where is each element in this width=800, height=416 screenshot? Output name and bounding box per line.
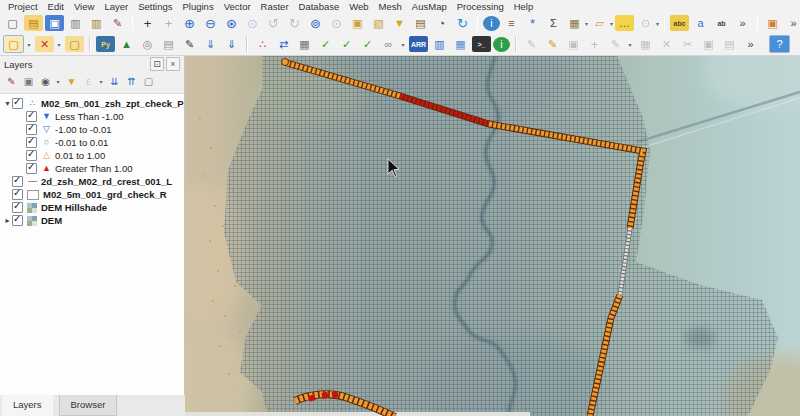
- filter-by-expression-dropdown[interactable]: ▾: [97, 74, 105, 90]
- menu-plugins[interactable]: Plugins: [177, 0, 218, 13]
- dem-terrain-tool-button[interactable]: ▲: [117, 36, 136, 52]
- menu-raster[interactable]: Raster: [256, 0, 294, 13]
- measure-line-button[interactable]: ▱: [590, 15, 609, 31]
- float-panel-button[interactable]: ⊡: [150, 57, 164, 71]
- zoom-full-extent-button[interactable]: ⊛: [222, 15, 241, 31]
- label-pin-unpin-button[interactable]: ab: [712, 15, 731, 31]
- layer-checkbox[interactable]: [12, 98, 23, 109]
- new-project-button[interactable]: ▢: [3, 15, 22, 31]
- manage-map-themes-button[interactable]: ◉: [38, 74, 53, 89]
- check-files-1-button[interactable]: ✓: [316, 36, 335, 52]
- layer-row[interactable]: —2d_zsh_M02_rd_crest_001_L: [0, 175, 184, 188]
- show-bookmarks-button[interactable]: ▤: [411, 15, 430, 31]
- add-group-button[interactable]: ▣: [21, 74, 36, 89]
- open-attribute-table-button[interactable]: ▦: [565, 15, 584, 31]
- menu-vector[interactable]: Vector: [219, 0, 256, 13]
- menu-edit[interactable]: Edit: [43, 0, 69, 13]
- deselect-all-button[interactable]: ✕: [35, 36, 54, 52]
- database-transfer-button[interactable]: ▥: [430, 36, 449, 52]
- pan-map-button[interactable]: +: [138, 15, 157, 31]
- expander-icon[interactable]: ▸: [3, 216, 12, 225]
- layer-checkbox[interactable]: [26, 124, 37, 135]
- menu-database[interactable]: Database: [294, 0, 345, 13]
- layer-row[interactable]: M02_5m_001_grd_check_R: [0, 188, 184, 201]
- zoom-out-button[interactable]: ⊖: [201, 15, 220, 31]
- vertex-tool-dropdown[interactable]: ▾: [626, 36, 634, 52]
- open-layer-styling-button[interactable]: ✎: [4, 74, 19, 89]
- zoom-to-layer-button[interactable]: ⊚: [306, 15, 325, 31]
- layer-checkbox[interactable]: [26, 163, 37, 174]
- show-statistics-button[interactable]: Σ: [544, 15, 563, 31]
- statistical-summary-button[interactable]: ≡: [502, 15, 521, 31]
- layout-manager-button[interactable]: ▥: [87, 15, 106, 31]
- measure-line-dropdown[interactable]: ▾: [610, 15, 613, 31]
- filter-legend-button[interactable]: ▼: [64, 74, 79, 89]
- layer-checkbox[interactable]: [26, 150, 37, 161]
- tab-browser[interactable]: Browser: [59, 395, 118, 416]
- check-files-3-button[interactable]: ✓: [358, 36, 377, 52]
- layer-checkbox[interactable]: [26, 137, 37, 148]
- tuflow-tcf-button[interactable]: ∴: [253, 36, 272, 52]
- menu-mesh[interactable]: Mesh: [374, 0, 407, 13]
- menu-settings[interactable]: Settings: [133, 0, 177, 13]
- osm-search-dropdown[interactable]: ▾: [656, 15, 659, 31]
- menu-project[interactable]: Project: [3, 0, 43, 13]
- python-console-button[interactable]: Py: [96, 36, 115, 52]
- layer-checkbox[interactable]: [12, 189, 23, 200]
- layer-row[interactable]: DEM Hillshade: [0, 201, 184, 214]
- manage-layers-button[interactable]: ▣: [763, 15, 782, 31]
- menu-web[interactable]: Web: [344, 0, 373, 13]
- arr-plugin-button[interactable]: ARR: [409, 36, 428, 52]
- layer-checkbox[interactable]: [12, 202, 23, 213]
- new-print-layout-button[interactable]: ▥: [66, 15, 85, 31]
- menu-view[interactable]: View: [69, 0, 99, 13]
- attachments-dropdown[interactable]: ▾: [399, 36, 407, 52]
- command-terminal-button[interactable]: >_: [472, 36, 491, 52]
- legend-class-row[interactable]: ▲Greater Than 1.00: [0, 162, 184, 175]
- remove-layer-button[interactable]: ▢: [141, 74, 156, 89]
- select-features-button[interactable]: ▢: [3, 35, 24, 53]
- layer-checkbox[interactable]: [12, 215, 23, 226]
- tab-layers[interactable]: Layers: [2, 395, 53, 416]
- geometry-check-button[interactable]: ✎: [180, 36, 199, 52]
- toolbar-overflow-1-button[interactable]: »: [733, 15, 752, 31]
- import-layer-button[interactable]: ⇓: [201, 36, 220, 52]
- menu-layer[interactable]: Layer: [99, 0, 133, 13]
- toolbar2-overflow-button[interactable]: »: [741, 36, 760, 52]
- expand-all-button[interactable]: ⇊: [107, 74, 122, 89]
- save-project-button[interactable]: ▣: [45, 15, 64, 31]
- toolbar-overflow-2-button[interactable]: »: [784, 15, 800, 31]
- import-and-edit-button[interactable]: ⇓: [222, 36, 241, 52]
- check-files-2-button[interactable]: ✓: [337, 36, 356, 52]
- select-by-value-button[interactable]: ▢: [65, 36, 84, 52]
- open-attribute-table-dropdown[interactable]: ▾: [585, 15, 588, 31]
- temporal-controller-button[interactable]: ◔: [432, 15, 451, 31]
- close-panel-button[interactable]: ×: [166, 57, 180, 71]
- identify-features-button[interactable]: i: [483, 16, 500, 31]
- expander-icon[interactable]: ▾: [3, 99, 12, 108]
- select-features-dropdown[interactable]: ▾: [25, 36, 33, 52]
- map-snapshot-button[interactable]: ▦: [295, 36, 314, 52]
- manage-map-themes-dropdown[interactable]: ▾: [54, 74, 62, 90]
- map-canvas[interactable]: [185, 56, 800, 416]
- mesh-calculator-button[interactable]: ▦: [451, 36, 470, 52]
- processing-toolbox-button[interactable]: *: [523, 15, 542, 31]
- new-spatial-bookmark-button[interactable]: ▼: [390, 15, 409, 31]
- refresh-map-button[interactable]: ↻: [453, 15, 472, 31]
- layer-checkbox[interactable]: [12, 176, 23, 187]
- menu-processing[interactable]: Processing: [452, 0, 509, 13]
- log-messages-button[interactable]: ▤: [159, 36, 178, 52]
- label-toolbar-button[interactable]: abc: [670, 15, 689, 31]
- attachments-button[interactable]: ∞: [379, 36, 398, 52]
- layer-row[interactable]: ▸DEM: [0, 214, 184, 227]
- deselect-all-dropdown[interactable]: ▾: [55, 36, 63, 52]
- georeferencer-button[interactable]: ◎: [138, 36, 157, 52]
- new-3d-map-view-button[interactable]: ▧: [369, 15, 388, 31]
- zoom-in-button[interactable]: ⊕: [180, 15, 199, 31]
- help-button[interactable]: ?: [769, 35, 790, 53]
- layer-labeling-options-button[interactable]: a: [691, 15, 710, 31]
- map-tips-button[interactable]: …: [615, 15, 634, 31]
- collapse-all-button[interactable]: ⇈: [124, 74, 139, 89]
- new-map-view-button[interactable]: ▣: [348, 15, 367, 31]
- open-project-button[interactable]: ▤: [24, 15, 43, 31]
